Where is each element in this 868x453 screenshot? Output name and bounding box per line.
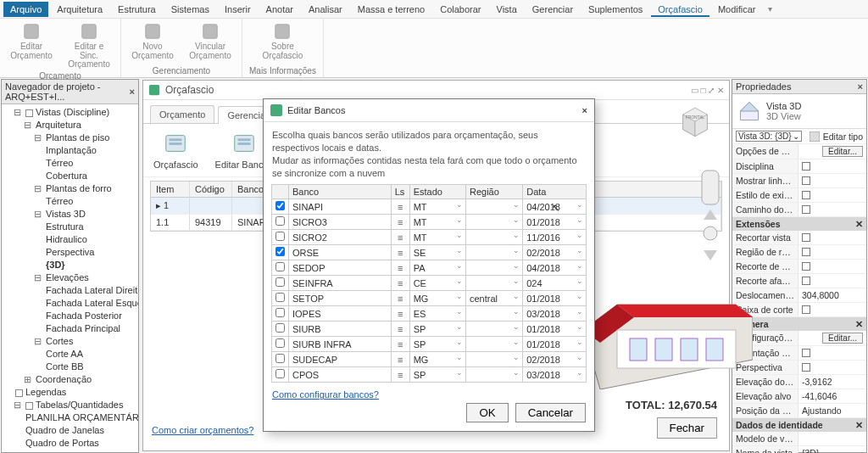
checkbox[interactable]	[802, 262, 810, 271]
banco-row[interactable]: IOPES≡ES03/2018	[272, 306, 587, 322]
menu-sistemas[interactable]: Sistemas	[164, 2, 216, 17]
menu-inserir[interactable]: Inserir	[218, 2, 258, 17]
checkbox[interactable]	[802, 205, 810, 214]
menu-estrutura[interactable]: Estrutura	[111, 2, 163, 17]
prop-row[interactable]: Modelo de vista	[732, 432, 866, 446]
banco-checkbox[interactable]	[275, 247, 285, 256]
prop-row[interactable]: Elevação alvo-41,6046	[732, 389, 866, 404]
banco-row[interactable]: CPOS≡SP03/2018	[272, 367, 587, 383]
banco-checkbox[interactable]	[275, 369, 285, 378]
tree-node[interactable]: Cobertura	[5, 170, 136, 182]
banco-row[interactable]: SIURB INFRA≡SP01/2018	[272, 337, 587, 352]
ok-button[interactable]: OK	[466, 403, 508, 422]
tree-node[interactable]: ⊟ Elevações	[5, 271, 136, 284]
tree-node[interactable]: Quadro de Janelas	[5, 424, 136, 437]
checkbox[interactable]	[802, 162, 810, 171]
checkbox[interactable]	[802, 233, 810, 242]
banco-checkbox[interactable]	[275, 201, 285, 210]
checkbox[interactable]	[802, 349, 810, 357]
banco-row[interactable]: SETOP≡MGcentral01/2018	[272, 291, 587, 306]
view-type[interactable]: Vista 3D 3D View	[732, 94, 866, 129]
banco-row[interactable]: SICRO3≡MT01/2018	[272, 215, 587, 230]
banco-row[interactable]: SINAPI≡MT04/2018↖	[272, 199, 587, 215]
menu-gerenciar[interactable]: Gerenciar	[526, 2, 580, 17]
banco-checkbox[interactable]	[275, 354, 285, 363]
tree-node[interactable]: Fachada Principal	[5, 322, 136, 335]
menu-overflow-icon[interactable]: ▾	[765, 4, 776, 14]
banco-row[interactable]: SEINFRA≡CE024	[272, 276, 587, 291]
tree-node[interactable]: ⊟ Plantas de piso	[5, 131, 136, 144]
menu-vista[interactable]: Vista	[490, 2, 524, 17]
editar-sinc-orcamento[interactable]: Editar e Sinc.Orçamento	[64, 22, 114, 70]
prop-row[interactable]: Disciplina	[732, 159, 866, 174]
prop-row[interactable]: Estilo de exibi...	[732, 188, 866, 203]
nav-wheel[interactable]	[698, 167, 722, 269]
menu-modificar[interactable]: Modificar	[711, 2, 763, 17]
tree-node[interactable]: ⊟ Tabelas/Quantidades	[5, 399, 136, 411]
tree-node[interactable]: Hidraulico	[5, 233, 136, 246]
prop-row[interactable]: Recortar vista	[732, 231, 866, 245]
bancos-table[interactable]: BancoLsEstadoRegiãoDataSINAPI≡MT04/2018↖…	[271, 184, 587, 383]
help-link[interactable]: Como criar orçamentos?	[152, 425, 253, 435]
tree-node[interactable]: Legendas	[5, 386, 136, 399]
project-tree[interactable]: ⊟ Vistas (Discipline)⊟ Arquitetura⊟ Plan…	[2, 104, 138, 452]
prop-row[interactable]: Mostrar linhas...	[732, 174, 866, 188]
prop-row[interactable]: Região de rec...	[732, 245, 866, 260]
menu-arquitetura[interactable]: Arquitetura	[50, 2, 109, 17]
tree-node[interactable]: ⊟ Arquitetura	[5, 119, 136, 131]
checkbox[interactable]	[802, 363, 810, 372]
view-selector[interactable]: Vista 3D: {3D}⌄	[736, 131, 802, 142]
tree-node[interactable]: ⊟ Vistas 3D	[5, 208, 136, 221]
tree-node[interactable]: QUADRO DE REVESTIMENTOS	[5, 450, 136, 452]
close-icon[interactable]: ×	[130, 87, 135, 97]
view-cube[interactable]: FRONTAL	[675, 101, 715, 142]
editar-orcamento[interactable]: EditarOrçamento	[7, 22, 56, 70]
menu-analisar[interactable]: Analisar	[302, 2, 349, 17]
config-help-link[interactable]: Como configurar bancos?	[264, 388, 387, 408]
fechar-button[interactable]: Fechar	[657, 417, 717, 439]
edit-button[interactable]: Editar...	[822, 146, 863, 157]
novo-orcamento[interactable]: NovoOrçamento	[128, 22, 177, 60]
tree-node[interactable]: Fachada Posterior	[5, 310, 136, 322]
banco-row[interactable]: SEDOP≡PA04/2018	[272, 260, 587, 276]
checkbox[interactable]	[802, 305, 810, 314]
tree-node[interactable]: Estrutura	[5, 221, 136, 233]
vincular-orcamento[interactable]: VincularOrçamento	[186, 22, 235, 60]
viewport-3d[interactable]: FRONTAL	[617, 82, 727, 449]
tab-orçamento[interactable]: Orçamento	[150, 105, 214, 123]
prop-row[interactable]: Posição da câ...Ajustando	[732, 404, 866, 418]
tree-node[interactable]: ⊟ Cortes	[5, 335, 136, 348]
tree-node[interactable]: ⊟ Plantas de forro	[5, 182, 136, 195]
banco-row[interactable]: SUDECAP≡MG02/2018	[272, 352, 587, 367]
edit-button[interactable]: Editar...	[822, 333, 863, 344]
menu-arquivo[interactable]: Arquivo	[3, 2, 48, 17]
prop-row[interactable]: Caminho do sol	[732, 203, 866, 217]
menu-colaborar[interactable]: Colaborar	[433, 2, 487, 17]
checkbox[interactable]	[802, 176, 810, 185]
tree-node[interactable]: Fachada Lateral Esque	[5, 297, 136, 310]
tree-node[interactable]: Térreo	[5, 195, 136, 208]
tree-node[interactable]: Fachada Lateral Direit	[5, 284, 136, 297]
tree-node[interactable]: Térreo	[5, 157, 136, 170]
banco-row[interactable]: SICRO2≡MT11/2016	[272, 230, 587, 245]
checkbox[interactable]	[802, 277, 810, 285]
tree-node[interactable]: PLANILHA ORÇAMENTÁRIA	[5, 411, 136, 424]
banco-checkbox[interactable]	[275, 338, 285, 348]
tree-node[interactable]: Quadro de Portas	[5, 437, 136, 450]
tree-node[interactable]: ⊞ Coordenação	[5, 373, 136, 386]
prop-row[interactable]: Nome da vista{3D}	[732, 446, 866, 453]
menu-suplementos[interactable]: Suplementos	[581, 2, 649, 17]
tree-node[interactable]: Perspectiva	[5, 246, 136, 259]
menu-orçafascio[interactable]: Orçafascio	[651, 2, 709, 17]
orcafascio-btn[interactable]: Orçafascio	[153, 131, 198, 170]
checkbox[interactable]	[802, 191, 810, 199]
banco-checkbox[interactable]	[275, 262, 285, 271]
banco-checkbox[interactable]	[275, 323, 285, 333]
tree-node[interactable]: Corte BB	[5, 361, 136, 373]
banco-checkbox[interactable]	[275, 216, 285, 226]
banco-row[interactable]: ORSE≡SE02/2018	[272, 245, 587, 260]
edit-type-button[interactable]: Editar tipo	[823, 131, 863, 142]
cancel-button[interactable]: Cancelar	[515, 403, 586, 422]
close-icon[interactable]: ×	[858, 81, 863, 92]
tree-node[interactable]: {3D}	[5, 259, 136, 271]
